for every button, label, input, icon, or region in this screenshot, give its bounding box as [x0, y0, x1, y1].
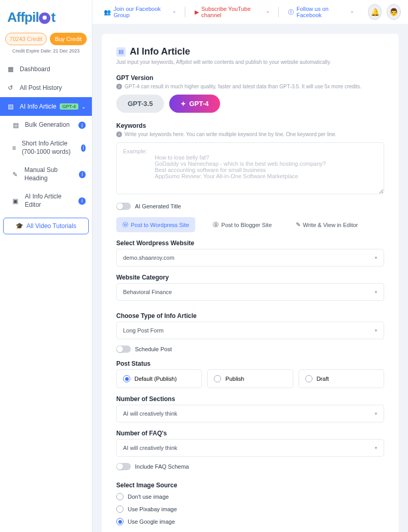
image-source-label: Select Image Source [116, 482, 384, 489]
status-default[interactable]: Default (Publish) [116, 369, 202, 388]
nav-history[interactable]: ↺ All Post History [0, 78, 92, 97]
faqs-select[interactable]: AI will creatively think ▾ [116, 439, 384, 457]
main-card: ▤ AI Info Article Just input your keywor… [102, 34, 399, 532]
users-icon: 👥 [104, 9, 111, 16]
category-select[interactable]: Behavioral Finance ▾ [116, 283, 384, 301]
youtube-link[interactable]: ▶ Subscribe YouTube channel » [191, 4, 274, 20]
blogger-icon: Ⓑ [213, 221, 219, 229]
edit-icon: ✎ [296, 221, 301, 228]
page-icon: ▤ [116, 47, 126, 57]
radio-icon [116, 493, 124, 500]
info-icon: i [116, 131, 122, 137]
logo-dot-icon [39, 12, 50, 24]
info-icon: i [79, 171, 86, 178]
gpt4-badge: GPT-4 [60, 103, 78, 110]
radio-icon [214, 375, 221, 382]
divider [278, 7, 279, 17]
short-icon: ≡ [11, 144, 17, 152]
radio-icon [305, 375, 312, 382]
divider [185, 7, 185, 17]
logo-text: Affpilt [7, 9, 55, 25]
topbar: 👥 Join our Facebook Group » ▶ Subscribe … [92, 0, 408, 24]
schedule-label: Schedule Post [135, 346, 172, 352]
radio-icon [116, 518, 124, 525]
chevron-icon: » [173, 9, 175, 15]
radio-icon [123, 375, 130, 382]
tab-blogger[interactable]: Ⓑ Post to Blogger Site [207, 217, 278, 232]
keywords-label: Keywords [116, 122, 384, 129]
schedule-toggle[interactable] [116, 345, 131, 353]
wp-site-select[interactable]: demo.shaanroy.com ▾ [116, 249, 384, 267]
credit-balance: 70243 Credit [5, 33, 47, 45]
logo[interactable]: Affpilt [0, 0, 92, 33]
type-select[interactable]: Long Post Form ▾ [116, 322, 384, 339]
ai-title-label: AI Generated Title [135, 203, 181, 209]
ai-title-toggle[interactable] [116, 203, 131, 210]
facebook-icon: ⓕ [288, 8, 294, 16]
manual-icon: ✎ [11, 170, 19, 179]
image-pixabay[interactable]: Use Pixabay image [116, 506, 384, 513]
caret-icon: ▾ [375, 328, 377, 333]
category-label: Website Category [116, 274, 384, 281]
bell-icon: 🔔 [371, 8, 379, 16]
article-icon: ▤ [6, 102, 15, 111]
info-icon: i [78, 122, 86, 129]
faqs-label: Number of FAQ's [116, 430, 384, 437]
image-none[interactable]: Don't use image [116, 493, 384, 500]
info-icon: i [81, 144, 86, 152]
dashboard-icon: ▦ [6, 65, 15, 73]
fb-group-link[interactable]: 👥 Join our Facebook Group » [100, 4, 180, 20]
buy-credit-button[interactable]: Buy Credit [50, 33, 87, 45]
info-icon: i [78, 197, 86, 205]
nav-bulk[interactable]: ▤ Bulk Generation i [0, 116, 92, 135]
history-icon: ↺ [6, 84, 15, 92]
fb-follow-link[interactable]: ⓕ Follow us on Facebook » [284, 4, 358, 20]
nav-list: ▦ Dashboard ↺ All Post History ▤ AI Info… [0, 60, 92, 532]
sparkle-icon [181, 100, 186, 108]
nav-ai-info[interactable]: ▤ AI Info Article GPT-4 ⌄ [0, 97, 92, 116]
youtube-icon: ▶ [195, 9, 199, 16]
sections-label: Number of Sections [116, 395, 384, 403]
faq-schema-label: Include FAQ Schema [135, 463, 189, 470]
wordpress-icon: ⓦ [123, 221, 128, 229]
page-title: AI Info Article [130, 46, 190, 57]
image-google[interactable]: Use Google image [116, 518, 384, 525]
sections-select[interactable]: AI will creatively think ▾ [116, 405, 384, 422]
gpt4-button[interactable]: GPT-4 [169, 95, 220, 113]
info-icon: i [116, 84, 122, 89]
graduation-icon: 🎓 [16, 222, 23, 230]
gpt-note: i GPT-4 can result in much higher qualit… [116, 84, 384, 89]
wp-site-label: Select Wordpress Website [116, 240, 384, 247]
chevron-icon: » [351, 9, 353, 15]
radio-icon [116, 506, 124, 513]
nav-dashboard[interactable]: ▦ Dashboard [0, 60, 92, 78]
gpt-label: GPT Version [116, 74, 384, 82]
gpt35-button[interactable]: GPT-3.5 [116, 95, 164, 113]
chevron-down-icon: ⌄ [81, 104, 86, 110]
type-label: Choose Type of Info Article [116, 312, 384, 320]
user-avatar[interactable]: 👨 [387, 4, 401, 20]
avatar-icon: 👨 [389, 8, 398, 16]
caret-icon: ▾ [375, 255, 377, 260]
caret-icon: ▾ [375, 289, 377, 295]
bulk-icon: ▤ [11, 121, 20, 129]
status-draft[interactable]: Draft [298, 369, 384, 388]
caret-icon: ▾ [375, 411, 377, 416]
caret-icon: ▾ [375, 445, 377, 450]
post-status-label: Post Status [116, 360, 384, 367]
sidebar: Affpilt 70243 Credit Buy Credit Credit E… [0, 0, 92, 532]
nav-editor[interactable]: ▣ AI Info Article Editor i [0, 188, 92, 214]
faq-schema-toggle[interactable] [116, 463, 131, 470]
chevron-icon: » [266, 9, 269, 15]
tab-wordpress[interactable]: ⓦ Post to Wordpress Site [116, 217, 195, 232]
tutorials-button[interactable]: 🎓 All Video Tutorials [3, 218, 89, 234]
credit-expire: Credit Expire Date: 21 Dec 2023 [0, 48, 92, 60]
status-publish[interactable]: Publish [207, 369, 293, 388]
notifications-button[interactable]: 🔔 [368, 4, 382, 20]
nav-manual[interactable]: ✎ Manual Sub Heading i [0, 161, 92, 188]
nav-short[interactable]: ≡ Short Info Article (700-1000 words) i [0, 135, 92, 161]
editor-icon: ▣ [11, 197, 20, 205]
tab-editor[interactable]: ✎ Write & View in Editor [290, 218, 364, 232]
keywords-input[interactable] [116, 142, 384, 194]
page-desc: Just input your keywords, Affpilot will … [116, 59, 384, 65]
